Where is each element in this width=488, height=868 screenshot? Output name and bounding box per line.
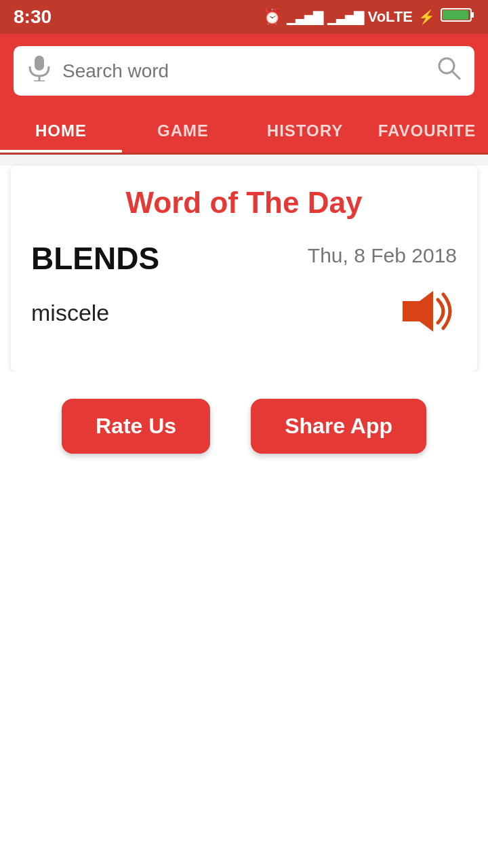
svg-line-7 [452,71,460,79]
search-container [14,46,474,96]
word-date: Thu, 8 Feb 2018 [308,244,457,267]
signal-bars-2: ▁▃▅▇ [327,9,363,25]
tab-favourite[interactable]: FAVOURITE [366,108,488,153]
speaker-button[interactable] [396,288,457,338]
mic-icon[interactable] [27,54,52,87]
bottom-space [0,572,488,868]
word-row: BLENDS Thu, 8 Feb 2018 [31,240,457,277]
alarm-icon: ⏰ [263,8,281,26]
word-of-day-card: Word of The Day BLENDS Thu, 8 Feb 2018 m… [11,165,477,372]
buttons-row: Rate Us Share App [0,372,488,474]
volte-label: VoLTE [368,8,413,26]
svg-rect-2 [443,10,468,20]
search-input[interactable] [62,60,426,82]
tab-game[interactable]: GAME [122,108,244,153]
signal-bars-1: ▁▃▅▇ [287,9,322,25]
svg-rect-3 [35,56,44,71]
main-content: Word of The Day BLENDS Thu, 8 Feb 2018 m… [0,165,488,572]
status-icons: ⏰ ▁▃▅▇ ▁▃▅▇ VoLTE ⚡ [263,7,474,27]
tab-home[interactable]: HOME [0,108,122,153]
search-bar [0,34,488,108]
word-text: BLENDS [31,240,159,277]
tab-history[interactable]: HISTORY [244,108,366,153]
card-title: Word of The Day [31,186,457,220]
search-icon[interactable] [436,56,461,86]
charging-icon: ⚡ [418,9,435,25]
nav-tabs: HOME GAME HISTORY FAVOURITE [0,108,488,155]
svg-rect-1 [471,12,474,18]
share-app-button[interactable]: Share App [251,399,426,454]
status-time: 8:30 [14,6,52,28]
pronunciation-row: miscele [31,288,457,338]
rate-us-button[interactable]: Rate Us [62,399,210,454]
svg-marker-8 [403,291,433,332]
status-bar: 8:30 ⏰ ▁▃▅▇ ▁▃▅▇ VoLTE ⚡ [0,0,488,34]
battery-icon [441,7,474,27]
pronunciation-text: miscele [31,300,109,326]
